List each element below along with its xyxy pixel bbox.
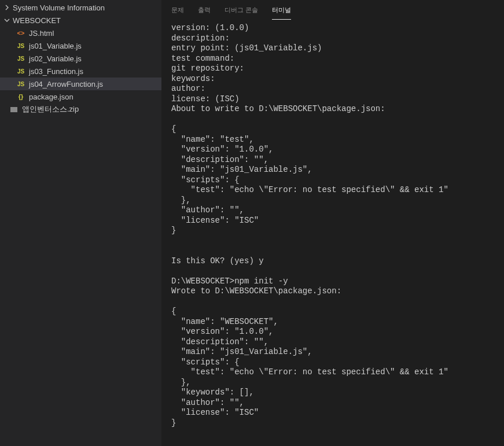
js-icon: JS bbox=[16, 41, 25, 50]
tab-output[interactable]: 출력 bbox=[198, 3, 211, 20]
tab-problems[interactable]: 문제 bbox=[171, 3, 184, 20]
file-label: js01_Variable.js bbox=[29, 42, 82, 50]
chevron-right-icon bbox=[2, 3, 12, 12]
json-icon: {} bbox=[16, 92, 25, 101]
html-icon: <> bbox=[16, 28, 25, 38]
file-label: js04_ArrowFunction.js bbox=[29, 80, 103, 89]
js-icon: JS bbox=[16, 54, 25, 63]
file-label: 앱인벤터소스.zip bbox=[22, 104, 79, 115]
file-zip[interactable]: 앱인벤터소스.zip bbox=[0, 103, 161, 116]
file-label: package.json bbox=[29, 93, 73, 101]
main-panel: 문제 출력 디버그 콘솔 터미널 version: (1.0.0) descri… bbox=[162, 0, 504, 446]
folder-websocket[interactable]: WEBSOCKET bbox=[0, 14, 161, 27]
file-item[interactable]: {}package.json bbox=[0, 90, 161, 103]
file-label: JS.html bbox=[29, 29, 54, 38]
file-label: js03_Function.js bbox=[29, 67, 83, 76]
chevron-down-icon bbox=[2, 16, 12, 25]
folder-system-volume-information[interactable]: System Volume Information bbox=[0, 1, 161, 14]
file-item[interactable]: <>JS.html bbox=[0, 27, 161, 39]
file-explorer-sidebar[interactable]: System Volume Information WEBSOCKET <>JS… bbox=[0, 0, 162, 446]
file-item[interactable]: JSjs01_Variable.js bbox=[0, 39, 161, 52]
folder-label: WEBSOCKET bbox=[13, 16, 61, 25]
js-icon: JS bbox=[16, 67, 25, 76]
file-item[interactable]: JSjs03_Function.js bbox=[0, 65, 161, 78]
file-item[interactable]: JSjs04_ArrowFunction.js bbox=[0, 78, 161, 90]
panel-tabs: 문제 출력 디버그 콘솔 터미널 bbox=[162, 0, 504, 19]
file-item[interactable]: JSjs02_Variable.js bbox=[0, 52, 161, 65]
file-label: js02_Variable.js bbox=[29, 54, 82, 63]
zip-icon bbox=[9, 105, 19, 114]
tab-debug-console[interactable]: 디버그 콘솔 bbox=[225, 3, 258, 20]
tab-terminal[interactable]: 터미널 bbox=[272, 3, 291, 20]
folder-label: System Volume Information bbox=[13, 3, 105, 12]
js-icon: JS bbox=[16, 79, 25, 89]
terminal-output[interactable]: version: (1.0.0) description: entry poin… bbox=[162, 19, 504, 446]
svg-rect-0 bbox=[10, 107, 17, 112]
